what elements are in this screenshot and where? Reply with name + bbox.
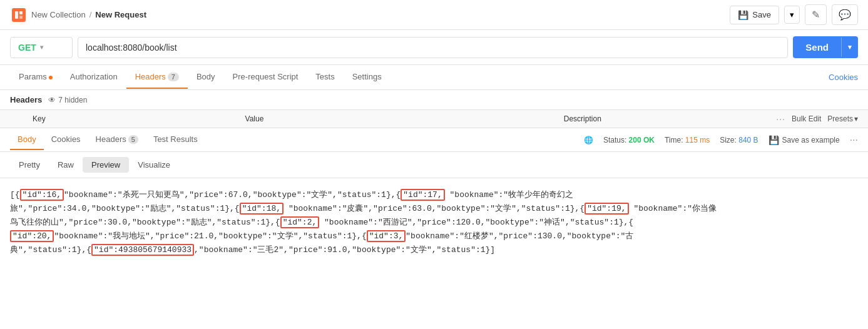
method-chevron-icon: ▾ — [40, 44, 43, 51]
svg-rect-3 — [19, 16, 23, 19]
size-value: 840 B — [738, 136, 758, 144]
globe-icon: 🌐 — [584, 136, 593, 144]
time-label: Time: 115 ms — [665, 136, 710, 144]
response-text-5: "bookname":"西游记","price":120.0,"booktype… — [319, 218, 633, 227]
presets-chevron-icon: ▾ — [854, 114, 858, 123]
more-options-icon[interactable]: ··· — [776, 114, 785, 124]
headers-section: Headers 👁 7 hidden — [0, 90, 868, 110]
breadcrumb: New Collection / New Request — [10, 6, 146, 24]
hidden-count: 👁 7 hidden — [48, 96, 87, 104]
request-tabs: Params Authorization Headers7 Body Pre-r… — [0, 65, 868, 90]
method-label: GET — [18, 43, 36, 53]
comment-icon: 💬 — [839, 9, 851, 20]
comment-button[interactable]: 💬 — [832, 4, 858, 25]
url-bar: GET ▾ Send ▾ — [0, 30, 868, 65]
resp-headers-badge: 5 — [128, 135, 138, 144]
resp-tab-body[interactable]: Body — [10, 129, 44, 150]
id-2-highlight: "id":2, — [280, 216, 320, 228]
response-text-8: ,"bookname":"三毛2","price":91.0,"booktype… — [194, 245, 495, 255]
svg-rect-1 — [15, 11, 18, 19]
tab-body[interactable]: Body — [188, 66, 224, 89]
tab-headers[interactable]: Headers7 — [126, 66, 188, 89]
send-dropdown-icon[interactable]: ▾ — [841, 38, 858, 57]
time-value: 115 ms — [685, 136, 710, 144]
id-18-highlight: "id":18, — [240, 203, 283, 215]
table-actions: ··· Bulk Edit Presets ▾ — [776, 114, 858, 124]
cookies-link[interactable]: Cookies — [829, 73, 858, 82]
send-label: Send — [793, 36, 841, 58]
params-dot — [49, 76, 53, 79]
response-body[interactable]: [{"id":16,"bookname":"杀死一只知更鸟","price":6… — [0, 178, 868, 329]
tab-authorization[interactable]: Authorization — [61, 66, 126, 89]
response-tabs: Body Cookies Headers5 Test Results 🌐 Sta… — [0, 128, 868, 152]
edit-icon: ✎ — [812, 9, 820, 20]
view-tab-pretty[interactable]: Pretty — [10, 157, 49, 173]
presets-button[interactable]: Presets ▾ — [827, 114, 858, 123]
svg-rect-2 — [19, 11, 23, 14]
send-button[interactable]: Send ▾ — [793, 36, 858, 58]
resp-tab-headers[interactable]: Headers5 — [88, 129, 146, 150]
resp-tab-test-results[interactable]: Test Results — [146, 129, 205, 150]
tab-prerequest[interactable]: Pre-request Script — [224, 66, 307, 89]
response-text-1: "bookname":"杀死一只知更鸟","price":67.0,"bookt… — [64, 190, 401, 200]
view-tabs: Pretty Raw Preview Visualize — [0, 152, 868, 178]
method-select[interactable]: GET ▾ — [10, 37, 73, 58]
save-button[interactable]: 💾 Save — [730, 6, 779, 24]
postman-icon — [10, 6, 28, 24]
breadcrumb-separator: / — [89, 10, 92, 19]
headers-label: Headers — [10, 95, 42, 104]
save-dropdown-button[interactable]: ▾ — [784, 6, 800, 24]
id-19-highlight: "id":19, — [585, 203, 628, 215]
response-text-3: "bookname":"皮囊","price":63.0,"booktype":… — [283, 204, 585, 213]
request-name[interactable]: New Request — [95, 10, 146, 19]
view-tab-visualize[interactable]: Visualize — [129, 157, 179, 173]
save-as-example-button[interactable]: 💾 Save as example — [768, 135, 840, 145]
value-col-header: Value — [245, 114, 564, 123]
tab-settings[interactable]: Settings — [344, 66, 391, 89]
top-bar-actions: 💾 Save ▾ ✎ 💬 — [730, 4, 858, 25]
status-value: 200 OK — [629, 136, 655, 144]
response-text-6: "bookname":"我与地坛","price":21.0,"booktype… — [54, 231, 366, 241]
size-label: Size: 840 B — [720, 136, 758, 144]
table-header: Key Value Description ··· Bulk Edit Pres… — [0, 110, 868, 128]
top-bar: New Collection / New Request 💾 Save ▾ ✎ … — [0, 0, 868, 30]
id-17-highlight: "id":17, — [401, 189, 444, 201]
id-20-highlight: "id":20, — [10, 230, 54, 242]
headers-badge: 7 — [168, 73, 179, 81]
response-body-bracket-open: [{ — [10, 190, 20, 200]
id-3-highlight: "id":3, — [367, 230, 406, 242]
key-col-header: Key — [30, 114, 245, 123]
url-input[interactable] — [78, 37, 788, 58]
edit-button[interactable]: ✎ — [805, 4, 827, 25]
eye-icon: 👁 — [48, 96, 56, 104]
view-tab-raw[interactable]: Raw — [49, 157, 83, 173]
save-label: Save — [752, 10, 771, 19]
bulk-edit-button[interactable]: Bulk Edit — [792, 114, 821, 123]
id-16-highlight: "id":16, — [20, 189, 64, 201]
description-col-header: Description — [564, 114, 777, 123]
svg-rect-0 — [12, 8, 26, 22]
save-example-icon: 💾 — [768, 135, 779, 145]
tab-tests[interactable]: Tests — [307, 66, 343, 89]
id-493-highlight: "id":493805679140933 — [91, 244, 194, 256]
resp-tab-cookies[interactable]: Cookies — [44, 129, 88, 150]
status-label: Status: 200 OK — [603, 136, 655, 144]
response-more-options[interactable]: ··· — [850, 134, 858, 146]
collection-name[interactable]: New Collection — [31, 10, 86, 19]
chevron-down-icon: ▾ — [790, 10, 794, 19]
view-tab-preview[interactable]: Preview — [83, 157, 129, 173]
save-icon: 💾 — [738, 10, 748, 20]
main-container: New Collection / New Request 💾 Save ▾ ✎ … — [0, 0, 868, 329]
tab-params[interactable]: Params — [10, 66, 61, 89]
response-status: 🌐 Status: 200 OK Time: 115 ms Size: 840 … — [584, 134, 858, 146]
